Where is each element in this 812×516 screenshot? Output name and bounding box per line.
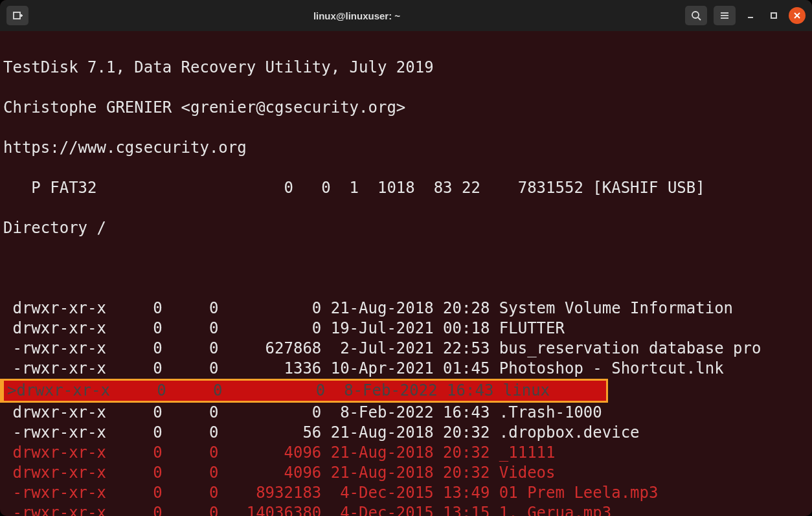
file-row-selected[interactable]: >drwxr-xr-x 0 0 0 8-Feb-2022 16:43 linux xyxy=(3,379,812,403)
file-row-deleted[interactable]: drwxr-xr-x 0 0 4096 21-Aug-2018 20:32 _1… xyxy=(3,443,812,463)
file-row[interactable]: drwxr-xr-x 0 0 0 19-Jul-2021 00:18 FLUTT… xyxy=(3,319,812,339)
terminal-window: linux@linuxuser: ~ TestDisk 7.1, Data Re… xyxy=(0,0,812,516)
file-row[interactable]: drwxr-xr-x 0 0 0 21-Aug-2018 20:28 Syste… xyxy=(3,298,812,319)
file-row-deleted[interactable]: -rwxr-xr-x 0 0 14036380 4-Dec-2015 13:15… xyxy=(3,503,812,516)
titlebar: linux@linuxuser: ~ xyxy=(0,0,812,31)
file-list[interactable]: drwxr-xr-x 0 0 0 21-Aug-2018 20:28 Syste… xyxy=(3,298,812,516)
header-line-1: TestDisk 7.1, Data Recovery Utility, Jul… xyxy=(3,58,812,78)
header-line-2: Christophe GRENIER <grenier@cgsecurity.o… xyxy=(3,98,812,118)
file-row[interactable]: -rwxr-xr-x 0 0 627868 2-Jul-2021 22:53 b… xyxy=(3,339,812,359)
svg-point-3 xyxy=(692,12,699,18)
menu-button[interactable] xyxy=(714,6,736,25)
minimize-button[interactable] xyxy=(742,7,759,24)
blank-line xyxy=(3,258,812,278)
svg-line-4 xyxy=(698,17,701,20)
file-row[interactable]: -rwxr-xr-x 0 0 56 21-Aug-2018 20:32 .dro… xyxy=(3,423,812,443)
partition-line: P FAT32 0 0 1 1018 83 22 7831552 [KASHIF… xyxy=(3,178,812,198)
svg-rect-9 xyxy=(771,13,776,18)
close-button[interactable] xyxy=(789,7,806,24)
directory-line: Directory / xyxy=(3,218,812,238)
window-title: linux@linuxuser: ~ xyxy=(313,10,400,21)
file-row-deleted[interactable]: -rwxr-xr-x 0 0 8932183 4-Dec-2015 13:49 … xyxy=(3,483,812,503)
new-tab-button[interactable] xyxy=(6,6,28,25)
header-line-3: https://www.cgsecurity.org xyxy=(3,138,812,158)
search-button[interactable] xyxy=(685,6,707,25)
file-row[interactable]: -rwxr-xr-x 0 0 1336 10-Apr-2021 01:45 Ph… xyxy=(3,359,812,379)
file-row-deleted[interactable]: drwxr-xr-x 0 0 4096 21-Aug-2018 20:32 Vi… xyxy=(3,463,812,483)
maximize-button[interactable] xyxy=(765,7,782,24)
svg-rect-0 xyxy=(14,12,20,19)
terminal-content[interactable]: TestDisk 7.1, Data Recovery Utility, Jul… xyxy=(0,31,812,516)
file-row[interactable]: drwxr-xr-x 0 0 0 8-Feb-2022 16:43 .Trash… xyxy=(3,403,812,423)
